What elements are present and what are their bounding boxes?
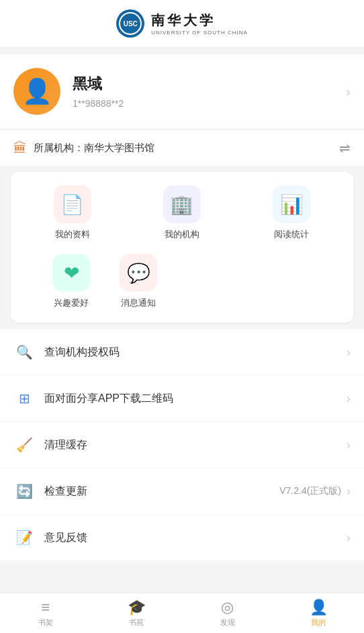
profile-info: 黑域 1**98888**2: [73, 74, 346, 109]
my-org-label: 我的机构: [165, 228, 199, 241]
nav-mine[interactable]: 👤 我的: [273, 593, 365, 633]
query-auth-chevron-icon: ›: [347, 345, 351, 360]
institution-icon: 🏛: [13, 140, 27, 156]
menu-item-share-qr[interactable]: ⊞ 面对面分享APP下载二维码 ›: [0, 376, 364, 422]
mine-label: 我的: [311, 618, 326, 628]
check-update-label: 检查更新: [44, 484, 279, 499]
share-qr-icon: ⊞: [13, 388, 35, 409]
feedback-chevron-icon: ›: [347, 531, 351, 545]
notifications-label: 消息通知: [121, 297, 156, 309]
actions-row-2: ❤ 兴趣爱好 💬 消息通知: [17, 254, 347, 309]
actions-row-1: 📄 我的资料 🏢 我的机构 📊 阅读统计: [17, 185, 347, 241]
check-update-chevron-icon: ›: [347, 484, 351, 499]
bookstore-icon: 🎓: [128, 599, 146, 616]
bottom-nav: ≡ 书架 🎓 书苑 ◎ 发现 👤 我的: [0, 593, 364, 633]
profile-section[interactable]: 👤 黑域 1**98888**2 ›: [0, 54, 364, 128]
feedback-label: 意见反馈: [44, 531, 341, 545]
logo-text: 南华大学 UNIVERSITY OF SOUTH CHINA: [151, 11, 248, 36]
check-update-value: V7.2.4(正式版): [279, 485, 341, 497]
quick-actions-grid: 📄 我的资料 🏢 我的机构 📊 阅读统计 ❤ 兴趣爱好 💬 消息通知: [11, 172, 353, 323]
mine-icon: 👤: [310, 599, 328, 616]
logo-cn-text: 南华大学: [151, 11, 248, 30]
action-my-org[interactable]: 🏢 我的机构: [148, 185, 216, 241]
feedback-icon: 📝: [13, 527, 35, 548]
action-hobbies[interactable]: ❤ 兴趣爱好: [38, 254, 105, 309]
menu-item-clear-cache[interactable]: 🧹 清理缓存 ›: [0, 422, 364, 468]
hobbies-label: 兴趣爱好: [54, 297, 89, 309]
share-qr-label: 面对面分享APP下载二维码: [44, 392, 341, 406]
bookstore-label: 书苑: [129, 618, 144, 628]
nav-bookshelf[interactable]: ≡ 书架: [0, 593, 91, 633]
institution-switch-icon[interactable]: ⇌: [339, 140, 351, 156]
notifications-icon: 💬: [120, 254, 157, 292]
action-read-stats[interactable]: 📊 阅读统计: [258, 185, 325, 241]
menu-item-feedback[interactable]: 📝 意见反馈 ›: [0, 515, 364, 561]
nav-discover[interactable]: ◎ 发现: [182, 593, 273, 633]
nav-bookstore[interactable]: 🎓 书苑: [91, 593, 183, 633]
query-auth-label: 查询机构授权码: [44, 345, 341, 360]
discover-label: 发现: [220, 618, 235, 628]
check-update-icon: 🔄: [13, 480, 35, 502]
clear-cache-label: 清理缓存: [44, 438, 341, 452]
header: USC 南华大学 UNIVERSITY OF SOUTH CHINA: [0, 0, 364, 48]
action-notifications[interactable]: 💬 消息通知: [105, 254, 172, 309]
hobbies-icon: ❤: [52, 254, 90, 292]
read-stats-label: 阅读统计: [274, 228, 309, 241]
bookshelf-label: 书架: [38, 618, 53, 628]
university-logo: USC 南华大学 UNIVERSITY OF SOUTH CHINA: [105, 7, 259, 40]
institution-text: 所属机构：南华大学图书馆: [34, 142, 339, 155]
discover-icon: ◎: [221, 599, 234, 616]
my-org-icon: 🏢: [163, 185, 201, 223]
menu-item-query-auth[interactable]: 🔍 查询机构授权码 ›: [0, 329, 364, 376]
read-stats-icon: 📊: [273, 185, 310, 223]
institution-bar[interactable]: 🏛 所属机构：南华大学图书馆 ⇌: [0, 130, 364, 165]
profile-chevron-icon: ›: [346, 84, 351, 99]
avatar-icon: 👤: [22, 77, 52, 106]
action-my-profile[interactable]: 📄 我的资料: [39, 185, 106, 241]
clear-cache-icon: 🧹: [13, 434, 35, 456]
menu-item-check-update[interactable]: 🔄 检查更新 V7.2.4(正式版) ›: [0, 468, 364, 515]
clear-cache-chevron-icon: ›: [347, 438, 351, 452]
bookshelf-icon: ≡: [41, 599, 50, 616]
my-profile-icon: 📄: [54, 185, 91, 223]
menu-list: 🔍 查询机构授权码 › ⊞ 面对面分享APP下载二维码 › 🧹 清理缓存 › 🔄…: [0, 329, 364, 561]
my-profile-label: 我的资料: [55, 228, 90, 241]
logo-circle-icon: USC: [116, 9, 144, 38]
share-qr-chevron-icon: ›: [347, 392, 351, 406]
query-auth-icon: 🔍: [13, 341, 35, 363]
logo-en-text: UNIVERSITY OF SOUTH CHINA: [151, 30, 248, 36]
profile-name: 黑域: [73, 74, 346, 94]
profile-phone: 1**98888**2: [73, 98, 346, 109]
avatar: 👤: [13, 68, 60, 115]
